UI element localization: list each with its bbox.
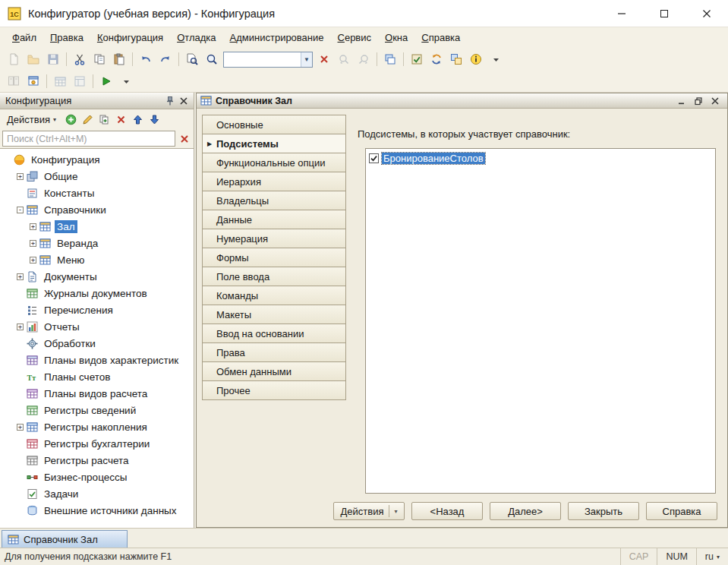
expand-toggle[interactable]: +	[17, 324, 24, 330]
copy-window-icon[interactable]	[381, 50, 399, 68]
db-form-icon[interactable]	[71, 72, 89, 90]
expand-toggle[interactable]: +	[30, 240, 36, 247]
menu-item-1[interactable]: Файл	[5, 28, 43, 47]
tab-8[interactable]: ▶Формы	[202, 248, 346, 267]
clear-search-icon[interactable]	[315, 50, 333, 68]
tree-item[interactable]: +Планы видов характеристик	[0, 352, 194, 368]
zoom-icon[interactable]	[203, 50, 221, 68]
tree-item[interactable]: +Бизнес-процессы	[0, 469, 194, 485]
combo-dropdown-icon[interactable]: ▼	[301, 52, 312, 67]
tree-item[interactable]: -Справочники	[0, 201, 194, 218]
tree-item[interactable]: +Веранда	[0, 235, 194, 251]
tree-item[interactable]: +Внешние источники данных	[0, 502, 194, 519]
find-icon[interactable]	[183, 50, 201, 68]
window-tab[interactable]: Справочник Зал	[2, 530, 128, 548]
tab-13[interactable]: ▶Права	[202, 342, 346, 362]
tab-5[interactable]: ▶Владельцы	[202, 191, 346, 210]
copy-icon[interactable]	[90, 50, 109, 68]
expand-toggle[interactable]: +	[30, 257, 36, 264]
paste-icon[interactable]	[110, 50, 128, 68]
tree-item[interactable]: +Планы видов расчета	[0, 385, 194, 402]
menu-item-2[interactable]: Правка	[43, 28, 90, 47]
tab-10[interactable]: ▶Команды	[202, 286, 346, 305]
minimize-button[interactable]	[600, 0, 643, 27]
help-button[interactable]: Справка	[646, 502, 717, 520]
tree-item[interactable]: +Документы	[0, 268, 194, 285]
toolbar-overflow-icon[interactable]	[117, 72, 135, 90]
actions-button[interactable]: Действия▾	[333, 502, 405, 520]
menu-item-6[interactable]: Сервис	[331, 28, 379, 47]
dropdown-caret-icon[interactable]: ▾	[389, 505, 397, 517]
clone-button[interactable]	[96, 111, 113, 128]
tree-item[interactable]: +Зал	[0, 218, 194, 235]
tree-item[interactable]: +Конфигурация	[0, 151, 194, 168]
tree-item[interactable]: +Регистры накопления	[0, 418, 194, 435]
tab-4[interactable]: ▶Иерархия	[202, 172, 346, 191]
maximize-button[interactable]	[643, 0, 685, 27]
expand-toggle[interactable]: +	[17, 173, 24, 180]
close-button[interactable]	[685, 0, 728, 27]
start-debug-icon[interactable]	[97, 72, 115, 90]
delete-button[interactable]	[113, 111, 130, 128]
compare-config-icon[interactable]	[5, 72, 23, 90]
modules-icon[interactable]	[447, 50, 465, 68]
move-down-button[interactable]	[147, 111, 163, 128]
pin-panel-button[interactable]	[163, 94, 177, 107]
tree-item[interactable]: +Меню	[0, 251, 194, 268]
expand-toggle[interactable]: +	[30, 223, 36, 230]
tab-14[interactable]: ▶Обмен данными	[202, 361, 346, 381]
tree-item[interactable]: +Общие	[0, 168, 194, 185]
mdi-restore-button[interactable]	[693, 95, 708, 107]
info-icon[interactable]	[467, 50, 485, 68]
tab-9[interactable]: ▶Поле ввода	[202, 267, 346, 286]
collapse-toggle[interactable]: -	[17, 207, 24, 213]
cut-icon[interactable]	[71, 50, 89, 68]
add-button[interactable]	[63, 111, 80, 128]
tree-item[interactable]: +Регистры бухгалтерии	[0, 435, 194, 452]
clear-search-button[interactable]	[178, 132, 191, 145]
update-db-icon[interactable]	[427, 50, 446, 68]
redo-icon[interactable]	[156, 50, 175, 68]
edit-button[interactable]	[80, 111, 96, 128]
mdi-close-button[interactable]	[710, 95, 724, 107]
tree-item[interactable]: +Задачи	[0, 485, 194, 502]
new-document-icon[interactable]	[5, 50, 23, 68]
tree-item[interactable]: +Отчеты	[0, 318, 194, 335]
tab-3[interactable]: ▶Функциональные опции	[202, 153, 346, 172]
menu-item-8[interactable]: Справка	[414, 28, 467, 47]
tree-item[interactable]: +Обработки	[0, 335, 194, 352]
expand-toggle[interactable]: +	[17, 273, 24, 280]
menu-item-4[interactable]: Отладка	[170, 28, 222, 47]
menu-item-5[interactable]: Администрирование	[223, 28, 331, 47]
tree-item[interactable]: +Регистры расчета	[0, 452, 194, 469]
close-button[interactable]: Закрыть	[568, 502, 639, 520]
tree-item[interactable]: +Константы	[0, 185, 194, 201]
subsystems-listbox[interactable]: БронированиеСтолов	[365, 148, 716, 494]
subsystem-row[interactable]: БронированиеСтолов	[367, 151, 714, 166]
mdi-minimize-button[interactable]	[676, 95, 691, 107]
open-config-icon[interactable]	[24, 72, 43, 90]
tab-2[interactable]: ▶Подсистемы	[202, 134, 346, 153]
undo-icon[interactable]	[137, 50, 155, 68]
actions-menu-button[interactable]: Действия ▾	[2, 111, 61, 128]
tree-item[interactable]: +ТтПланы счетов	[0, 368, 194, 385]
checkbox-checked[interactable]	[369, 153, 379, 163]
search-prev-icon[interactable]	[335, 50, 353, 68]
menu-item-3[interactable]: Конфигурация	[90, 28, 170, 47]
search-next-icon[interactable]	[355, 50, 373, 68]
tab-15[interactable]: ▶Прочее	[202, 380, 346, 400]
open-icon[interactable]	[24, 50, 43, 68]
tab-11[interactable]: ▶Макеты	[202, 305, 346, 324]
status-indicator-ru[interactable]: ru▾	[696, 548, 728, 565]
expand-toggle[interactable]: +	[17, 424, 24, 431]
toolbar-overflow-icon[interactable]	[487, 50, 505, 68]
db-table-icon[interactable]	[51, 72, 69, 90]
quick-search-input[interactable]	[224, 53, 301, 66]
tab-7[interactable]: ▶Нумерация	[202, 229, 346, 248]
search-input[interactable]	[2, 131, 175, 147]
move-up-button[interactable]	[130, 111, 147, 128]
tree-item[interactable]: +Журналы документов	[0, 285, 194, 301]
syntax-check-icon[interactable]	[408, 50, 426, 68]
tab-12[interactable]: ▶Ввод на основании	[202, 324, 346, 343]
tree-item[interactable]: +Перечисления	[0, 301, 194, 318]
